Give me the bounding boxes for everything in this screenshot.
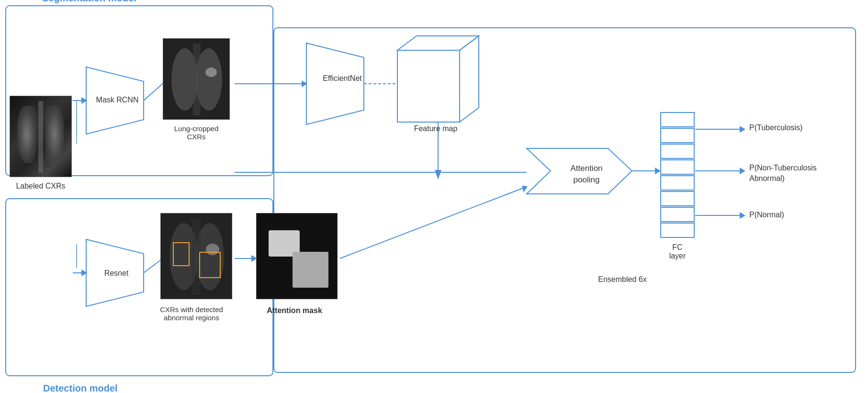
attention-mask-label: Attention mask — [254, 306, 335, 315]
svg-rect-17 — [661, 176, 694, 190]
svg-diagram — [0, 0, 868, 393]
svg-marker-11 — [435, 170, 441, 180]
feature-map-label: Feature map — [405, 124, 467, 133]
svg-rect-18 — [661, 191, 694, 206]
attention-mask-image — [256, 213, 338, 299]
diagram-container: Segmentation model Detection model Label… — [0, 0, 868, 393]
detection-box-2 — [199, 252, 221, 278]
lung-cropped-image — [163, 38, 230, 120]
svg-rect-48 — [193, 44, 201, 115]
svg-line-30 — [340, 187, 527, 258]
svg-marker-7 — [397, 36, 479, 50]
cxr-detected-label: CXRs with detectedabnormal regions — [141, 305, 242, 322]
svg-rect-16 — [661, 160, 694, 174]
svg-rect-13 — [661, 112, 694, 127]
svg-marker-33 — [740, 126, 745, 133]
mask-rcnn-label: Mask RCNN — [93, 96, 141, 104]
detection-model-label: Detection model — [43, 383, 118, 393]
cxr-detected-image — [160, 213, 232, 299]
svg-marker-24 — [302, 80, 307, 87]
resnet-label: Resnet — [95, 269, 138, 278]
svg-marker-8 — [460, 36, 479, 122]
attn-blob-2 — [293, 252, 328, 288]
svg-rect-20 — [661, 223, 694, 237]
labeled-cxrs-image — [10, 96, 72, 177]
output-tuberculosis-label: P(Tuberculosis) — [749, 124, 802, 132]
svg-marker-42 — [81, 97, 87, 104]
fc-layer-label: FClayer — [661, 243, 694, 260]
attention-pooling-label: Attentionpooling — [555, 163, 618, 186]
svg-rect-19 — [661, 207, 694, 222]
svg-line-25 — [144, 81, 165, 101]
segmentation-model-label: Segmentation model — [38, 0, 140, 4]
detection-box-1 — [173, 242, 190, 266]
svg-rect-1 — [6, 199, 273, 376]
svg-rect-6 — [397, 50, 460, 122]
svg-line-26 — [144, 258, 163, 273]
svg-marker-37 — [740, 212, 745, 219]
lung-cropped-label: Lung-croppedCXRs — [158, 124, 235, 141]
labeled-cxrs-label: Labeled CXRs — [10, 182, 72, 191]
svg-marker-44 — [81, 269, 87, 276]
ensembled-label: Ensembled 6x — [527, 275, 718, 284]
svg-rect-15 — [661, 144, 694, 158]
svg-marker-31 — [522, 186, 528, 192]
efficientnet-label: EfficientNet — [314, 74, 371, 83]
output-normal-label: P(Normal) — [749, 211, 784, 219]
svg-marker-22 — [655, 168, 661, 174]
output-non-tb-label: P(Non-TuberculosisAbnormal) — [749, 163, 845, 184]
svg-marker-5 — [306, 43, 364, 124]
svg-marker-35 — [740, 168, 745, 174]
svg-rect-14 — [661, 128, 694, 143]
svg-point-49 — [205, 67, 217, 77]
